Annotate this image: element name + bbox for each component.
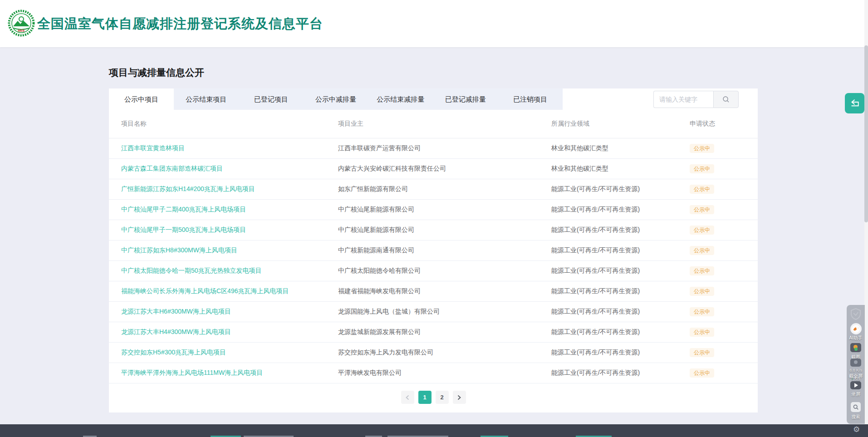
column-header: 所属行业领域 — [551, 120, 690, 128]
table-row: 苏交控如东H5#300兆瓦海上风电项目 苏交控如东海上风力发电有限公司 能源工业… — [109, 343, 758, 363]
table-row: 中广核汕尾甲子一期500兆瓦海上风电场项目 中广核汕尾新能源有限公司 能源工业(… — [109, 220, 758, 241]
project-owner: 中广核汕尾新能源有限公司 — [338, 226, 551, 234]
tab-1[interactable]: 公示中项目 — [109, 88, 174, 110]
table-row: 中广核江苏如东H8#300MW海上风电项目 中广核新能源南通有限公司 能源工业(… — [109, 241, 758, 261]
gear-icon[interactable]: ⚙ — [853, 425, 860, 434]
project-name-link[interactable]: 中广核汕尾甲子一期500兆瓦海上风电场项目 — [121, 226, 338, 234]
project-name-link[interactable]: 龙源江苏大丰H4#300MW海上风电项目 — [121, 328, 338, 336]
screen-record-button[interactable]: ↓ K/s 录屏 — [847, 377, 865, 398]
project-owner: 如东广恒新能源有限公司 — [338, 185, 551, 193]
chevron-right-icon — [457, 395, 461, 400]
site-title: 全国温室气体自愿减排注册登记系统及信息平台 — [37, 15, 323, 33]
tab-7[interactable]: 已注销项目 — [498, 88, 563, 110]
scrollbar[interactable] — [864, 0, 868, 424]
industry-field: 能源工业(可再生/不可再生资源) — [551, 369, 690, 377]
next-page-button[interactable] — [453, 391, 466, 404]
chevron-left-icon — [405, 395, 410, 400]
ai-assistant-button[interactable]: AI助手 — [847, 323, 865, 341]
project-owner: 福建省福能海峡发电有限公司 — [338, 287, 551, 295]
scrollbar-thumb[interactable] — [864, 45, 868, 222]
project-name-link[interactable]: 中广核太阳能德令哈一期50兆瓦光热独立发电项目 — [121, 267, 338, 275]
mee-logo-icon: MEE — [7, 9, 35, 37]
status-badge: 公示中 — [690, 246, 714, 255]
tab-2[interactable]: 公示结束项目 — [174, 88, 239, 110]
tab-4[interactable]: 公示中减排量 — [304, 88, 368, 110]
table-row: 龙源江苏大丰H4#300MW海上风电项目 龙源盐城新能源发展有限公司 能源工业(… — [109, 322, 758, 343]
search-button[interactable] — [713, 91, 739, 108]
shield-ghost-icon — [847, 308, 865, 322]
industry-field: 能源工业(可再生/不可再生资源) — [551, 226, 690, 234]
status-badge: 公示中 — [690, 226, 714, 235]
page-footer — [0, 424, 868, 437]
project-name-link[interactable]: 广恒新能源江苏如东H14#200兆瓦海上风电项目 — [121, 185, 338, 193]
project-name-link[interactable]: 龙源江苏大丰H6#300MW海上风电项目 — [121, 308, 338, 316]
page-button-1[interactable]: 1 — [418, 391, 432, 404]
svg-text:MEE: MEE — [18, 29, 25, 32]
status-badge: 公示中 — [690, 266, 714, 275]
project-owner: 内蒙古大兴安岭碳汇科技有限责任公司 — [338, 165, 551, 173]
status-badge: 公示中 — [690, 144, 714, 153]
industry-field: 能源工业(可再生/不可再生资源) — [551, 185, 690, 193]
industry-field: 能源工业(可再生/不可再生资源) — [551, 267, 690, 275]
prev-page-button[interactable] — [401, 391, 414, 404]
search-input[interactable] — [653, 91, 713, 108]
column-header: 申请状态 — [690, 120, 745, 128]
pagination: 1 2 — [109, 391, 758, 404]
fullscreen-capture-icon — [850, 358, 861, 367]
table-row: 内蒙古森工集团东南部造林碳汇项目 内蒙古大兴安岭碳汇科技有限责任公司 林业和其他… — [109, 159, 758, 179]
project-name-link[interactable]: 中广核汕尾甲子二期400兆瓦海上风电场项目 — [121, 206, 338, 214]
status-badge: 公示中 — [690, 287, 714, 296]
floating-tool-panel: AI助手 截图 8.8 K/s 截全屏 ↓ K/s 录屏 搜索 — [847, 305, 865, 424]
industry-field: 能源工业(可再生/不可再生资源) — [551, 308, 690, 316]
return-arrow-icon — [849, 98, 861, 109]
site-header: MEE 全国温室气体自愿减排注册登记系统及信息平台 — [0, 0, 868, 47]
project-name-link[interactable]: 中广核江苏如东H8#300MW海上风电项目 — [121, 246, 338, 255]
industry-field: 能源工业(可再生/不可再生资源) — [551, 246, 690, 255]
tab-6[interactable]: 已登记减排量 — [433, 88, 498, 110]
status-badge: 公示中 — [690, 307, 714, 316]
search-tool-icon — [851, 402, 861, 412]
tab-bar: 公示中项目公示结束项目已登记项目公示中减排量公示结束减排量已登记减排量已注销项目 — [109, 88, 563, 110]
search-tool-button[interactable]: 搜索 — [847, 402, 865, 420]
tab-5[interactable]: 公示结束减排量 — [368, 88, 433, 110]
status-badge: 公示中 — [690, 328, 714, 337]
project-owner: 江西丰联碳资产运营有限公司 — [338, 144, 551, 152]
screenshot-button[interactable]: 截图 — [847, 343, 865, 360]
table-row: 广恒新能源江苏如东H14#200兆瓦海上风电项目 如东广恒新能源有限公司 能源工… — [109, 179, 758, 200]
table-row: 中广核汕尾甲子二期400兆瓦海上风电场项目 中广核汕尾新能源有限公司 能源工业(… — [109, 200, 758, 220]
page-button-2[interactable]: 2 — [436, 391, 449, 404]
industry-field: 能源工业(可再生/不可再生资源) — [551, 349, 690, 357]
project-owner: 龙源盐城新能源发展有限公司 — [338, 328, 551, 336]
project-owner: 平潭海峡发电有限公司 — [338, 369, 551, 377]
table-row: 龙源江苏大丰H6#300MW海上风电项目 龙源国能海上风电（盐城）有限公司 能源… — [109, 302, 758, 322]
table-body: 江西丰联宜黄造林项目 江西丰联碳资产运营有限公司 林业和其他碳汇类型 公示中 内… — [109, 138, 758, 383]
back-return-button[interactable] — [845, 93, 864, 113]
net-speed-up: 8.8 K/s — [847, 368, 865, 373]
column-header: 项目名称 — [121, 120, 338, 128]
content-card: 公示中项目公示结束项目已登记项目公示中减排量公示结束减排量已登记减排量已注销项目… — [109, 88, 758, 412]
project-owner: 中广核新能源南通有限公司 — [338, 246, 551, 255]
project-owner: 苏交控如东海上风力发电有限公司 — [338, 349, 551, 357]
tab-3[interactable]: 已登记项目 — [239, 88, 304, 110]
project-name-link[interactable]: 福能海峡公司长乐外海海上风电场C区496兆瓦海上风电项目 — [121, 287, 338, 295]
status-badge: 公示中 — [690, 205, 714, 214]
status-badge: 公示中 — [690, 185, 714, 194]
industry-field: 能源工业(可再生/不可再生资源) — [551, 206, 690, 214]
project-name-link[interactable]: 平潭海峡平潭外海海上风电场111MW海上风电项目 — [121, 369, 338, 377]
page-title: 项目与减排量信息公开 — [109, 66, 204, 79]
screen-record-icon — [850, 381, 861, 389]
industry-field: 能源工业(可再生/不可再生资源) — [551, 287, 690, 295]
keyword-search — [653, 91, 739, 108]
industry-field: 林业和其他碳汇类型 — [551, 144, 690, 152]
project-name-link[interactable]: 江西丰联宜黄造林项目 — [121, 144, 338, 152]
search-icon — [722, 96, 730, 103]
status-badge: 公示中 — [690, 348, 714, 357]
project-name-link[interactable]: 内蒙古森工集团东南部造林碳汇项目 — [121, 165, 338, 173]
table-row: 福能海峡公司长乐外海海上风电场C区496兆瓦海上风电项目 福建省福能海峡发电有限… — [109, 281, 758, 302]
column-header: 项目业主 — [338, 120, 551, 128]
project-name-link[interactable]: 苏交控如东H5#300兆瓦海上风电项目 — [121, 349, 338, 357]
table-row: 江西丰联宜黄造林项目 江西丰联碳资产运营有限公司 林业和其他碳汇类型 公示中 — [109, 138, 758, 159]
table-row: 中广核太阳能德令哈一期50兆瓦光热独立发电项目 中广核太阳能德令哈有限公司 能源… — [109, 261, 758, 281]
main-content: 项目与减排量信息公开 公示中项目公示结束项目已登记项目公示中减排量公示结束减排量… — [0, 47, 868, 424]
status-badge: 公示中 — [690, 164, 714, 173]
